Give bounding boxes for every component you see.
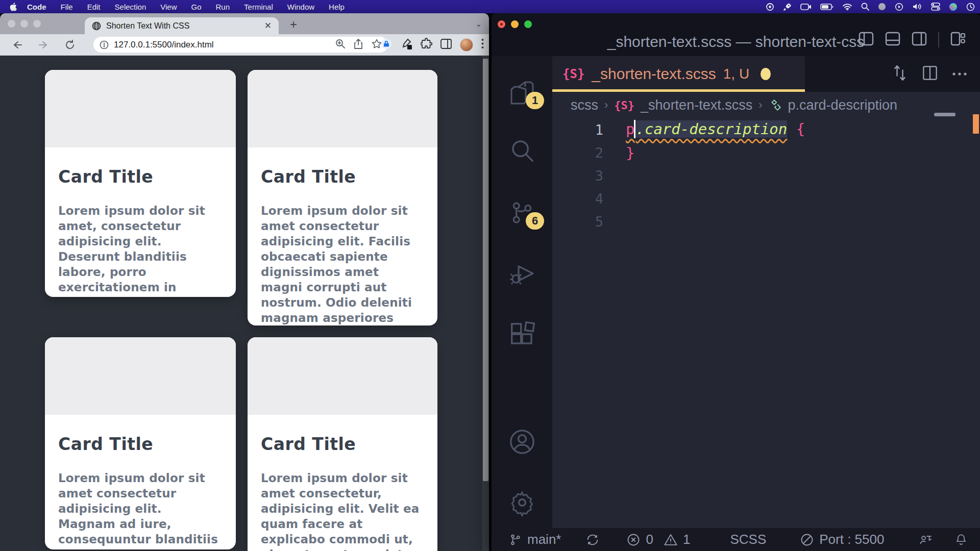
web-page-content: Card Title Lorem ipsum dolor sit amet, c… — [0, 55, 489, 551]
split-editor-icon[interactable] — [922, 65, 938, 83]
extensions-puzzle-icon[interactable] — [421, 38, 432, 52]
status-bar: main* 0 1 SCSS Port : 5500 — [492, 528, 980, 551]
browser-tab[interactable]: Shorten Text With CSS ✕ — [85, 17, 279, 34]
problems-status[interactable]: 0 1 — [626, 532, 690, 547]
new-tab-button[interactable]: + — [290, 19, 297, 30]
menu-go[interactable]: Go — [191, 3, 202, 11]
volume-icon[interactable] — [912, 3, 922, 11]
control-center-icon[interactable] — [931, 3, 940, 11]
code-line-2[interactable]: 2 } — [552, 141, 980, 164]
zoom-window-button[interactable] — [33, 20, 41, 28]
back-button[interactable] — [11, 40, 22, 50]
page-scrollbar[interactable] — [482, 56, 489, 551]
breadcrumb-file[interactable]: _shorten-text.scss — [641, 97, 752, 113]
close-window-button[interactable] — [498, 20, 505, 28]
card: Card Title Lorem ipsum dolor sit amet co… — [248, 70, 437, 325]
feedback-icon[interactable] — [918, 533, 933, 547]
zoom-window-button[interactable] — [524, 20, 532, 28]
menu-run[interactable]: Run — [216, 3, 230, 11]
accounts-button[interactable] — [492, 428, 552, 456]
card-title: Card Title — [58, 167, 223, 187]
menu-help[interactable]: Help — [329, 3, 345, 11]
switch-changes-icon[interactable] — [891, 64, 909, 84]
forward-button[interactable] — [38, 40, 50, 50]
site-info-icon[interactable] — [100, 40, 109, 49]
source-control-view-button[interactable]: 6 — [492, 199, 552, 227]
do-not-disturb-icon[interactable] — [878, 3, 886, 11]
spotlight-search-icon[interactable] — [861, 3, 869, 11]
close-tab-icon[interactable]: ✕ — [264, 20, 272, 31]
toggle-secondary-sidebar-icon[interactable] — [912, 32, 927, 48]
sync-changes-button[interactable] — [585, 533, 600, 547]
play-circle-icon[interactable] — [895, 3, 903, 11]
run-debug-view-button[interactable] — [492, 259, 552, 288]
zoom-page-icon[interactable] — [335, 39, 345, 51]
settings-gear-button[interactable] — [492, 489, 552, 516]
colorpicker-extension-icon[interactable] — [401, 38, 412, 52]
tab-search-chevron-icon[interactable]: ⌄ — [475, 19, 482, 29]
close-window-button[interactable] — [8, 20, 15, 28]
screen-record-icon[interactable] — [766, 3, 774, 11]
search-view-button[interactable] — [492, 137, 552, 164]
code-line-4[interactable]: 4 — [552, 187, 980, 210]
extensions-view-button[interactable] — [492, 320, 552, 348]
clock-icon[interactable] — [966, 3, 975, 11]
menu-window[interactable]: Window — [287, 3, 314, 11]
editor-tab-shorten-text[interactable]: {S} _shorten-text.scss 1, U — [552, 56, 805, 92]
menu-bar-status-icons — [766, 3, 975, 11]
battery-icon[interactable] — [820, 4, 834, 10]
customize-layout-icon[interactable] — [950, 32, 966, 48]
omnibox-actions — [335, 39, 382, 51]
status-right-group — [918, 533, 968, 547]
selector-class-token: .card-description — [635, 120, 787, 138]
browser-menu-kebab-icon[interactable] — [481, 38, 484, 51]
breadcrumb-symbol[interactable]: p.card-description — [788, 97, 898, 113]
more-actions-icon[interactable] — [951, 69, 968, 79]
camera-record-icon[interactable] — [800, 3, 812, 11]
toolbar-right-icons — [380, 34, 484, 55]
wifi-icon[interactable] — [842, 3, 852, 11]
side-panel-icon[interactable] — [440, 39, 452, 51]
explorer-view-button[interactable]: 1 — [492, 79, 552, 107]
card: Card Title Lorem ipsum dolor sit amet co… — [45, 337, 236, 549]
minimize-window-button[interactable] — [20, 20, 28, 28]
page-scrollbar-thumb[interactable] — [483, 59, 488, 481]
code-line-1[interactable]: 1 p.card-description { — [552, 118, 980, 141]
apple-menu-icon[interactable] — [9, 3, 17, 11]
line-number: 1 — [552, 122, 603, 138]
scss-file-icon: {S} — [562, 67, 584, 81]
rocket-icon[interactable] — [783, 3, 792, 11]
language-mode[interactable]: SCSS — [730, 532, 766, 547]
browser-toolbar: 127.0.0.1:5500/index.html — [0, 34, 489, 55]
editor-scrollbar-thumb[interactable] — [934, 113, 955, 116]
card: Card Title Lorem ipsum dolor sit amet, c… — [45, 70, 236, 297]
card-title: Card Title — [58, 434, 223, 454]
unsaved-changes-dot[interactable] — [761, 68, 771, 80]
reload-button[interactable] — [65, 40, 75, 50]
menu-selection[interactable]: Selection — [115, 3, 146, 11]
share-icon[interactable] — [354, 39, 363, 51]
warnings-icon — [664, 533, 678, 547]
menu-terminal[interactable]: Terminal — [244, 3, 273, 11]
address-bar[interactable]: 127.0.0.1:5500/index.html — [93, 37, 388, 53]
menu-code[interactable]: Code — [27, 3, 46, 11]
breadcrumb-folder[interactable]: scss — [571, 97, 598, 113]
minimize-window-button[interactable] — [511, 20, 519, 28]
menu-edit[interactable]: Edit — [87, 3, 101, 11]
profile-avatar[interactable] — [460, 38, 473, 52]
live-server-port[interactable]: Port : 5500 — [800, 532, 884, 547]
password-manager-icon[interactable] — [380, 38, 393, 52]
menu-file[interactable]: File — [61, 3, 73, 11]
siri-icon[interactable] — [949, 3, 958, 11]
card-image-placeholder — [45, 337, 236, 415]
symbol-class-icon — [769, 98, 782, 112]
code-line-5[interactable]: 5 — [552, 210, 980, 233]
notifications-bell-icon[interactable] — [954, 533, 968, 547]
url-text[interactable]: 127.0.0.1:5500/index.html — [114, 40, 335, 50]
code-line-3[interactable]: 3 — [552, 164, 980, 187]
toggle-panel-icon[interactable] — [885, 32, 900, 48]
menu-view[interactable]: View — [160, 3, 177, 11]
code-editor[interactable]: 1 p.card-description { 2 } 3 4 5 — [552, 118, 980, 506]
toggle-sidebar-icon[interactable] — [859, 32, 874, 48]
git-branch-status[interactable]: main* — [509, 532, 561, 547]
